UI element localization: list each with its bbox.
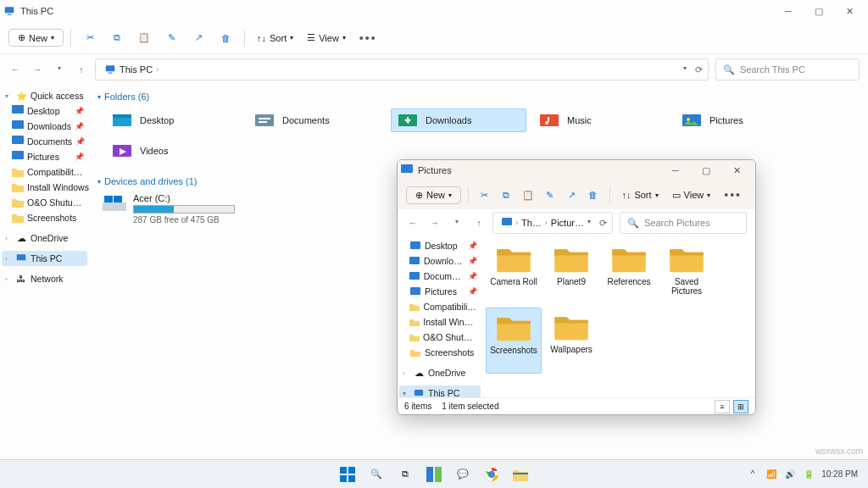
sub-sidebar-item[interactable]: Screenshots (399, 345, 481, 360)
sub-sidebar-item[interactable]: O&O Shutup Rev (399, 330, 481, 345)
sub-address-bar[interactable]: › Th… › Pictur… ▾⟳ (492, 212, 613, 234)
sub-new-button[interactable]: ⊕ New ▾ (406, 186, 461, 204)
svg-rect-35 (426, 467, 433, 482)
folder-tile-downloads[interactable]: Downloads (391, 108, 526, 132)
address-dropdown[interactable]: ▾ (683, 64, 687, 75)
sort-button[interactable]: ↑↓ Sort ▾ (252, 30, 298, 46)
sub-sidebar-item[interactable]: Install Windows (399, 314, 481, 330)
sidebar-item-documents[interactable]: Documents📌 (2, 134, 87, 149)
address-dropdown[interactable]: ▾ (587, 218, 591, 229)
paste-icon[interactable]: 📋 (132, 26, 156, 50)
close-button[interactable]: ✕ (834, 0, 865, 22)
forward-button[interactable]: → (31, 64, 44, 75)
tray-chevron-icon[interactable]: ^ (747, 469, 759, 480)
folder-tile-documents[interactable]: Documents (248, 108, 384, 132)
sidebar-item-desktop[interactable]: Desktop📌 (2, 103, 87, 119)
sidebar-item-install[interactable]: Install Windows 11 (2, 180, 87, 195)
minimize-button[interactable]: ─ (773, 0, 804, 22)
grid-folder-planet9[interactable]: Planet9 (543, 240, 599, 306)
maximize-button[interactable]: ▢ (804, 0, 834, 22)
back-button[interactable]: ← (8, 64, 22, 75)
icons-view-button[interactable]: ⊞ (733, 400, 748, 413)
more-button[interactable]: ••• (354, 31, 382, 45)
rename-icon[interactable]: ✎ (159, 26, 183, 50)
search-input[interactable]: 🔍 Search This PC (715, 58, 860, 80)
sidebar-onedrive[interactable]: ›☁OneDrive (2, 230, 87, 246)
cut-icon[interactable]: ✂ (476, 183, 494, 207)
svg-rect-34 (348, 475, 355, 482)
sub-sidebar-item[interactable]: Downloads📌 (399, 253, 481, 269)
sub-sidebar-thispc[interactable]: ▾This PC (399, 385, 481, 397)
separator (70, 30, 71, 47)
task-explorer-button[interactable] (509, 463, 532, 486)
grid-folder-camera-roll[interactable]: Camera Roll (486, 240, 542, 306)
drive-free-text: 287 GB free of 475 GB (133, 215, 279, 225)
sub-sidebar-item[interactable]: Pictures📌 (399, 284, 481, 299)
sub-maximize-button[interactable]: ▢ (691, 159, 721, 181)
folder-tile-pictures[interactable]: Pictures (676, 108, 811, 132)
folder-tile-videos[interactable]: Videos (106, 139, 242, 163)
sub-close-button[interactable]: ✕ (721, 159, 752, 181)
breadcrumb-root[interactable]: This PC (101, 64, 156, 75)
tray-battery-icon[interactable]: 🔋 (803, 469, 815, 480)
task-chat-button[interactable]: 💬 (451, 463, 475, 486)
refresh-button[interactable]: ⟳ (695, 64, 703, 75)
task-chrome-button[interactable] (480, 463, 504, 486)
sub-minimize-button[interactable]: ─ (660, 159, 691, 181)
address-bar[interactable]: This PC › ▾ ⟳ (95, 58, 709, 80)
up-button[interactable]: ↑ (75, 64, 88, 75)
folder-tile-music[interactable]: Music (533, 108, 669, 132)
sidebar-network[interactable]: ›🖧Network (2, 271, 87, 286)
new-button[interactable]: ⊕ New ▾ (8, 29, 64, 47)
grid-folder-screenshots[interactable]: Screenshots (486, 308, 542, 374)
share-icon[interactable]: ↗ (562, 183, 581, 207)
delete-icon[interactable]: 🗑 (214, 26, 237, 50)
sidebar-this-pc[interactable]: ›This PC (2, 251, 87, 266)
sub-history-dropdown[interactable]: ▾ (450, 218, 464, 228)
grid-folder-wallpapers[interactable]: Wallpapers (543, 308, 599, 374)
task-widgets-button[interactable] (422, 463, 446, 486)
sidebar-quick-access[interactable]: ▾⭐Quick access (2, 88, 87, 103)
cut-icon[interactable]: ✂ (78, 26, 102, 50)
sub-sort-button[interactable]: ↑↓ Sort ▾ (616, 187, 663, 202)
sidebar-item-screenshots[interactable]: Screenshots (2, 210, 87, 225)
task-view-button[interactable]: ⧉ (393, 463, 417, 486)
sub-sidebar-onedrive[interactable]: ›☁OneDrive (399, 365, 481, 380)
start-button[interactable] (336, 463, 359, 486)
delete-icon[interactable]: 🗑 (584, 183, 603, 207)
sub-sidebar-item[interactable]: Desktop📌 (399, 238, 481, 253)
sub-sidebar-item[interactable]: Documents📌 (399, 269, 481, 284)
sub-back-button[interactable]: ← (406, 218, 420, 228)
folder-tile-desktop[interactable]: Desktop (106, 108, 242, 132)
sub-sidebar-item[interactable]: Compatibility M (399, 299, 481, 314)
sidebar-item-pictures[interactable]: Pictures📌 (2, 149, 87, 164)
share-icon[interactable]: ↗ (186, 26, 210, 50)
folder-icon (553, 311, 590, 341)
history-dropdown[interactable]: ▾ (53, 64, 66, 75)
refresh-button[interactable]: ⟳ (599, 218, 607, 229)
folder-icon (12, 181, 24, 193)
taskbar-clock[interactable]: 10:28 PM (821, 469, 858, 479)
view-button[interactable]: ☰ View ▾ (302, 30, 351, 46)
rename-icon[interactable]: ✎ (541, 183, 559, 207)
grid-folder-references[interactable]: References (601, 240, 657, 306)
sidebar-item-downloads[interactable]: Downloads📌 (2, 119, 87, 134)
folders-group-header[interactable]: ▾Folders (6) (97, 88, 860, 105)
sidebar-item-shutup[interactable]: O&O Shutup Review (2, 195, 87, 210)
drive-capacity-bar (133, 205, 235, 214)
sub-view-button[interactable]: ▭ View ▾ (667, 187, 716, 203)
sub-search-input[interactable]: 🔍 Search Pictures (620, 212, 747, 234)
copy-icon[interactable]: ⧉ (497, 183, 515, 207)
sub-more-button[interactable]: ••• (719, 188, 747, 202)
tray-wifi-icon[interactable]: 📶 (765, 469, 777, 480)
sub-up-button[interactable]: ↑ (472, 218, 486, 228)
paste-icon[interactable]: 📋 (519, 183, 537, 207)
task-search-button[interactable]: 🔍 (364, 463, 388, 486)
drive-tile[interactable]: Acer (C:) 287 GB free of 475 GB (97, 190, 284, 228)
sidebar-item-compat[interactable]: Compatibility Mode (2, 164, 87, 180)
grid-folder-saved-pictures[interactable]: Saved Pictures (659, 240, 715, 306)
tray-volume-icon[interactable]: 🔊 (784, 469, 796, 480)
copy-icon[interactable]: ⧉ (105, 26, 129, 50)
details-view-button[interactable]: ≡ (715, 400, 730, 413)
sub-forward-button[interactable]: → (428, 218, 442, 228)
